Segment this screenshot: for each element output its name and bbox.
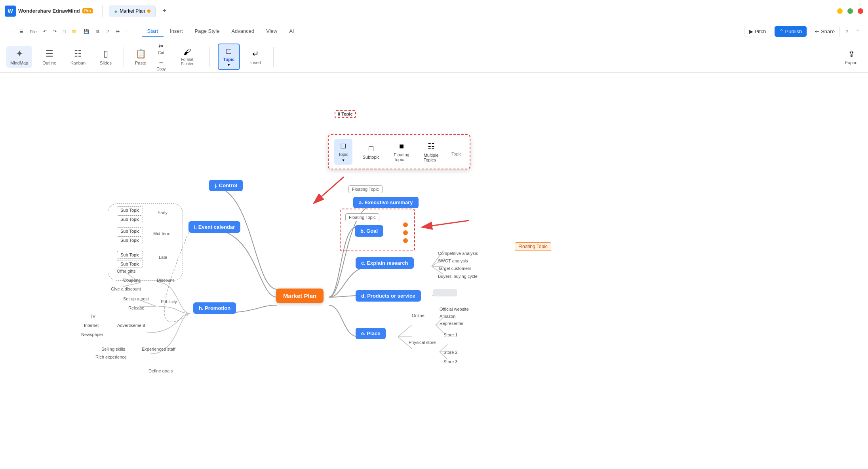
undo-button[interactable]: ↶ — [41, 27, 49, 36]
new-tab-button[interactable]: + — [159, 6, 170, 17]
label-tv: TV — [90, 314, 95, 319]
divider-2 — [209, 47, 210, 67]
publish-icon: ⇧ — [779, 28, 784, 34]
floating-topic-label: Floating Topic — [515, 242, 551, 251]
popup-section-label: Topic — [449, 149, 464, 156]
share-button[interactable]: ⇜ Share — [810, 26, 840, 37]
nav-menu[interactable]: ☰ — [17, 27, 26, 36]
node-products[interactable]: d. Products or service — [356, 290, 421, 302]
tab-start[interactable]: Start — [142, 26, 164, 37]
open-button[interactable]: 📁 — [69, 27, 80, 36]
node-executive-summary[interactable]: a. Executive summary — [353, 197, 419, 208]
popup-subtopic-icon: □ — [369, 144, 373, 153]
window-controls — [837, 8, 863, 14]
back-button[interactable]: ← — [6, 28, 15, 36]
tab-insert[interactable]: Insert — [164, 26, 188, 37]
close-button[interactable] — [858, 8, 863, 14]
collapse-button[interactable]: ⌃ — [853, 27, 862, 36]
outline-button[interactable]: ☰ Outline — [38, 46, 60, 68]
tab-ai[interactable]: AI — [284, 26, 299, 37]
insert-button[interactable]: ↵ Insert — [246, 47, 265, 67]
export-button[interactable]: ⇪ Export — [841, 47, 862, 67]
menu-tabs: Start Insert Page Style Advanced View AI — [142, 26, 300, 37]
research-target: Target customers — [438, 266, 471, 271]
topic-popup: □ Topic ▼ □ Subtopic ■ Floating Topic ☷ … — [328, 134, 470, 169]
place-store2: Store 2 — [444, 350, 457, 355]
tab-view[interactable]: View — [261, 26, 283, 37]
place-store1: Store 1 — [444, 332, 457, 337]
save-button[interactable]: 💾 — [81, 27, 91, 36]
pitch-button[interactable]: ▶ Pitch — [744, 26, 771, 37]
format-painter-button[interactable]: 🖌 Format Painter — [173, 46, 202, 68]
popup-multiple-button[interactable]: ☷ Multiple Topics — [420, 139, 443, 165]
topic-chevron-icon: ▼ — [227, 63, 230, 67]
node-explain-research[interactable]: c. Explain research — [356, 257, 414, 269]
dot-1 — [403, 222, 408, 227]
label-publicity: Publicity — [161, 299, 177, 304]
publish-button[interactable]: ⇧ Publish — [775, 26, 807, 37]
insert-icon: ↵ — [252, 49, 259, 59]
toolbar: ✦ MindMap ☰ Outline ☷ Kanban ▯ Slides 📋 … — [0, 41, 868, 73]
popup-floating-icon: ■ — [399, 142, 404, 151]
center-node[interactable]: Market Plan — [276, 289, 324, 303]
cut-button[interactable]: ✂ Cut — [154, 41, 168, 57]
redo-button[interactable]: ↷ — [51, 27, 59, 36]
share-icon: ⇜ — [815, 28, 819, 34]
canvas-area: □ Topic ▼ □ Subtopic ■ Floating Topic ☷ … — [0, 73, 868, 469]
floating-topic-executive[interactable]: Floating Topic — [348, 185, 383, 193]
node-promotion[interactable]: h. Promotion — [193, 302, 236, 314]
node-place[interactable]: e. Place — [356, 328, 386, 339]
copy-button[interactable]: ⎓ Copy — [154, 57, 168, 73]
mindmap-button[interactable]: ✦ MindMap — [6, 46, 32, 68]
sub-topic-mid-2[interactable]: Sub Topic — [117, 236, 143, 244]
label-internet: Internet — [84, 323, 99, 328]
sub-topic-late-2[interactable]: Sub Topic — [117, 260, 143, 268]
label-define-goals: Define goals — [148, 368, 173, 373]
label-mid: Mid-term — [153, 231, 170, 236]
more-button[interactable]: ··· — [124, 28, 132, 36]
label-give-discount: Give a discount — [111, 287, 141, 291]
tab-advanced[interactable]: Advanced — [226, 26, 260, 37]
label-late: Late — [159, 255, 167, 260]
slides-icon: ▯ — [103, 49, 108, 59]
floating-topic-goal[interactable]: Floating Topic — [345, 213, 379, 221]
svg-line-1 — [422, 220, 469, 227]
kanban-button[interactable]: ☷ Kanban — [67, 46, 89, 68]
pitch-icon: ▶ — [749, 28, 753, 34]
maximize-button[interactable] — [847, 8, 853, 14]
node-control[interactable]: j. Control — [209, 180, 243, 191]
tab-page-style[interactable]: Page Style — [189, 26, 225, 37]
file-menu[interactable]: File — [27, 28, 39, 36]
export-nav-button[interactable]: ↗ — [104, 27, 112, 36]
popup-topic-button[interactable]: □ Topic ▼ — [334, 139, 352, 165]
popup-multiple-icon: ☷ — [428, 142, 435, 151]
share-nav-button[interactable]: ↦ — [114, 27, 122, 36]
print-button[interactable]: 🖶 — [93, 28, 102, 36]
export-icon: ⇪ — [848, 49, 855, 59]
popup-subtopic-button[interactable]: □ Subtopic — [359, 142, 384, 162]
sub-topic-early-2[interactable]: Sub Topic — [117, 215, 143, 223]
new-button[interactable]: □ — [61, 28, 68, 36]
dot-3 — [403, 238, 408, 243]
document-tab[interactable]: ● Market Plan — [109, 6, 156, 17]
minimize-button[interactable] — [837, 8, 843, 14]
label-discount: Discount — [157, 278, 174, 283]
divider-1 — [124, 47, 124, 67]
place-online: Online — [412, 313, 424, 318]
topic-dropdown-button[interactable]: □ Topic ▼ — [218, 44, 240, 70]
format-painter-icon: 🖌 — [183, 47, 191, 57]
sub-topic-early-1[interactable]: Sub Topic — [117, 206, 143, 214]
paste-button[interactable]: 📋 Paste — [132, 47, 149, 67]
label-offer-gifts: Offer gifts — [117, 269, 135, 273]
place-representer: Representer — [440, 321, 464, 326]
sub-topic-late-1[interactable]: Sub Topic — [117, 251, 143, 259]
node-event-calendar[interactable]: i. Event calendar — [188, 221, 240, 233]
help-button[interactable]: ? — [843, 28, 850, 36]
label-advertisement: Advertisement — [117, 323, 145, 328]
popup-floating-button[interactable]: ■ Floating Topic — [390, 139, 413, 164]
slides-button[interactable]: ▯ Slides — [96, 46, 116, 68]
node-goal[interactable]: b. Goal — [355, 225, 383, 237]
sub-topic-mid-1[interactable]: Sub Topic — [117, 227, 143, 235]
label-selling-skills: Selling skills — [101, 347, 125, 351]
tab-unsaved-dot — [147, 9, 150, 13]
